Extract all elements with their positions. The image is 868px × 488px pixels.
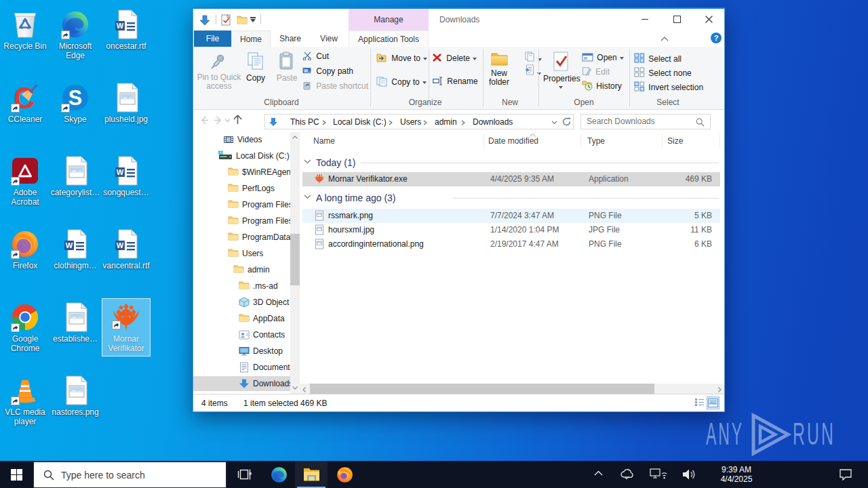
svg-text:ANY: ANY (706, 415, 744, 451)
svg-text:RUN: RUN (793, 415, 835, 451)
svg-text:S: S (68, 86, 82, 109)
svg-text:W...: W... (304, 68, 311, 73)
